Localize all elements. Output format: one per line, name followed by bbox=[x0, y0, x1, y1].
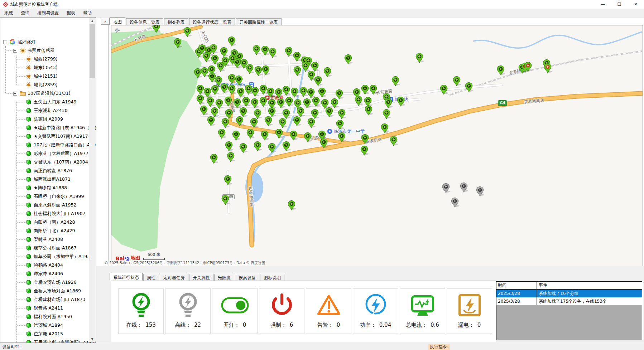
device-pin-online[interactable] bbox=[253, 45, 260, 55]
tree-row[interactable]: 观音路 A2411 bbox=[0, 304, 96, 312]
device-pin-offline[interactable] bbox=[451, 198, 459, 208]
device-pin-online[interactable] bbox=[318, 88, 326, 98]
tree-expander-icon[interactable] bbox=[13, 49, 17, 53]
device-pin-online[interactable] bbox=[236, 116, 244, 126]
device-pin-online[interactable] bbox=[415, 53, 423, 63]
scrollbar-thumb[interactable] bbox=[90, 24, 95, 78]
menu-item-1[interactable]: 系统 bbox=[1, 9, 16, 17]
tree-row[interactable]: 向阳桥（北）A2429 bbox=[0, 227, 96, 235]
device-pin-online[interactable] bbox=[338, 109, 346, 119]
device-pin-online[interactable] bbox=[323, 67, 331, 77]
device-pin-online[interactable] bbox=[259, 85, 267, 95]
tree-scrollbar[interactable]: ▲ ▼ bbox=[89, 18, 95, 342]
device-pin-online[interactable] bbox=[202, 52, 210, 62]
menu-item-4[interactable]: 报表 bbox=[63, 9, 79, 17]
device-pin-online[interactable] bbox=[297, 107, 304, 117]
device-pin-online[interactable] bbox=[233, 98, 241, 108]
device-pin-online[interactable] bbox=[293, 52, 301, 62]
tree-row[interactable]: 自来水斜对面 A1952 bbox=[0, 201, 96, 209]
splitter-collapse-up[interactable]: ∧ bbox=[101, 18, 110, 25]
device-pin-online[interactable] bbox=[288, 200, 295, 210]
tree-row[interactable]: 城东(3543) bbox=[0, 63, 96, 72]
device-pin-online[interactable] bbox=[335, 89, 343, 99]
device-pin-online[interactable] bbox=[254, 66, 262, 76]
scroll-down-icon[interactable]: ▼ bbox=[89, 336, 95, 342]
tree-row[interactable]: 南正街转盘 A1876 bbox=[0, 166, 96, 175]
device-pin-online[interactable] bbox=[312, 97, 320, 107]
device-pin-online[interactable] bbox=[440, 85, 448, 95]
device-pin-online[interactable] bbox=[261, 131, 269, 141]
device-pin-online[interactable] bbox=[497, 65, 505, 76]
device-pin-online[interactable] bbox=[203, 88, 211, 98]
menu-item-2[interactable]: 查询 bbox=[17, 9, 33, 17]
menu-item-3[interactable]: 控制与设置 bbox=[34, 9, 62, 17]
device-pin-online[interactable] bbox=[152, 25, 160, 33]
tree-row[interactable]: ★建新中路路口东 A1946（辅道灯） bbox=[0, 123, 96, 132]
device-pin-online[interactable] bbox=[268, 143, 276, 153]
device-pin-online[interactable] bbox=[465, 82, 473, 92]
device-pin-online[interactable] bbox=[369, 85, 377, 95]
device-pin-online[interactable] bbox=[218, 129, 226, 139]
device-pin-online[interactable] bbox=[224, 175, 232, 185]
device-pin-online[interactable] bbox=[268, 107, 276, 117]
device-pin-online[interactable] bbox=[307, 118, 315, 128]
tree-row[interactable]: 临湘路灯 bbox=[0, 38, 93, 46]
bottom-tab-2[interactable]: 属性 bbox=[143, 274, 159, 281]
tree-row[interactable]: 石咀桥（自来水）A1999 bbox=[0, 192, 96, 201]
tree-row[interactable]: 王家珹巷 A2430 bbox=[0, 106, 96, 115]
device-pin-online[interactable] bbox=[314, 76, 322, 86]
maximize-button[interactable]: ☐ bbox=[611, 0, 628, 9]
tree-row[interactable]: 社会福利院大门口 A1907 bbox=[0, 209, 96, 218]
tree-row[interactable]: 五里派出所（富源汽配）A1874 bbox=[0, 338, 96, 343]
tree-row[interactable]: 金桥农贸市场 A1926 bbox=[0, 278, 96, 287]
device-pin-online[interactable] bbox=[254, 141, 261, 151]
device-pin-online[interactable] bbox=[311, 62, 319, 72]
tree-row[interactable]: 城西(2799) bbox=[0, 55, 96, 63]
device-pin-online[interactable] bbox=[331, 98, 338, 108]
device-pin-online[interactable] bbox=[196, 95, 204, 105]
tree-row[interactable]: 光照度传感器 bbox=[0, 46, 96, 55]
bottom-tab-4[interactable]: 开关属性 bbox=[189, 274, 213, 281]
device-pin-online[interactable] bbox=[225, 141, 233, 151]
device-pin-alarm[interactable] bbox=[544, 63, 552, 73]
tree-row[interactable]: 汽贸城 A1894 bbox=[0, 321, 96, 330]
device-pin-online[interactable] bbox=[269, 48, 277, 58]
device-pin-online[interactable] bbox=[311, 109, 319, 119]
device-pin-online[interactable] bbox=[397, 97, 405, 107]
bottom-tab-5[interactable]: 光照度 bbox=[214, 274, 234, 281]
device-pin-online[interactable] bbox=[221, 195, 229, 205]
device-pin-online[interactable] bbox=[289, 131, 297, 141]
tree-row[interactable]: ★交警队西(107南) A1917 bbox=[0, 132, 96, 141]
device-pin-offline[interactable] bbox=[476, 186, 484, 196]
bottom-tab-6[interactable]: 搜索设备 bbox=[235, 274, 259, 281]
device-pin-online[interactable] bbox=[250, 118, 258, 128]
device-pin-online[interactable] bbox=[293, 116, 301, 126]
device-pin-online[interactable] bbox=[338, 132, 346, 142]
device-pin-online[interactable] bbox=[282, 86, 290, 96]
device-pin-online[interactable] bbox=[239, 143, 247, 153]
device-pin-online[interactable] bbox=[254, 109, 261, 119]
device-pin-offline[interactable] bbox=[460, 183, 468, 193]
minimize-button[interactable]: — bbox=[595, 0, 611, 9]
device-pin-online[interactable] bbox=[239, 107, 247, 117]
tree-row[interactable]: 彭家巷（党校后面）A1977 bbox=[0, 149, 96, 158]
device-pin-online[interactable] bbox=[303, 98, 311, 108]
device-pin-online[interactable] bbox=[221, 118, 229, 128]
device-pin-online[interactable] bbox=[261, 46, 269, 56]
device-pin-online[interactable] bbox=[227, 152, 235, 162]
device-pin-online[interactable] bbox=[200, 106, 208, 116]
device-pin-online[interactable] bbox=[277, 98, 285, 108]
tree-row[interactable]: 陈家组 A2009 bbox=[0, 115, 96, 123]
device-pin-online[interactable] bbox=[299, 87, 307, 97]
device-pin-online[interactable] bbox=[228, 37, 236, 47]
tree-row[interactable]: 城西派出所A1871 bbox=[0, 175, 96, 184]
tree-row[interactable]: 五尖山大门东 A1949 bbox=[0, 98, 96, 106]
tree-row[interactable]: 谭家冲 A2406 bbox=[0, 269, 96, 278]
device-pin-online[interactable] bbox=[246, 64, 254, 74]
tree-row[interactable]: 107北（建新中路路口西）A2014 bbox=[0, 141, 96, 149]
device-pin-online[interactable] bbox=[211, 107, 218, 117]
device-pin-online[interactable] bbox=[242, 97, 250, 107]
device-pin-online[interactable] bbox=[365, 106, 373, 116]
tree-row[interactable]: 梨树巷 A2408 bbox=[0, 235, 96, 244]
device-pin-online[interactable] bbox=[391, 76, 399, 86]
